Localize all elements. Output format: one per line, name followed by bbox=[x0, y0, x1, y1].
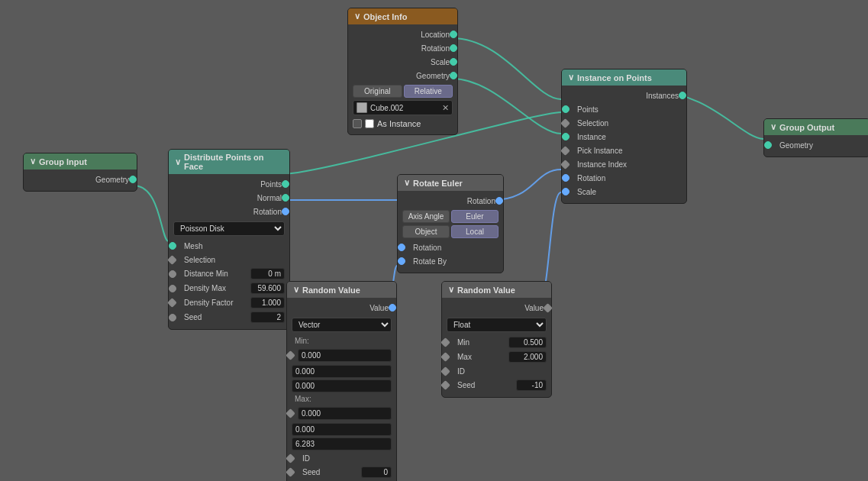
geom-input-socket[interactable] bbox=[764, 141, 772, 149]
object-info-header: ∨ Object Info bbox=[348, 8, 457, 24]
random-value-1-title: Random Value bbox=[302, 286, 360, 295]
rv1-seed-socket[interactable] bbox=[286, 467, 295, 477]
density-factor-socket[interactable] bbox=[167, 298, 177, 308]
seed-label: Seed bbox=[181, 313, 250, 321]
selection-input-socket[interactable] bbox=[167, 255, 177, 265]
rv1-max-z[interactable] bbox=[292, 437, 392, 450]
rv2-min-socket[interactable] bbox=[440, 337, 450, 347]
points-input-label: Points bbox=[574, 105, 602, 114]
obj-clear-btn[interactable]: ✕ bbox=[442, 103, 449, 113]
points-input-socket[interactable] bbox=[562, 105, 570, 113]
rotation-in-euler-socket[interactable] bbox=[398, 244, 405, 251]
rv2-max-input[interactable] bbox=[508, 351, 547, 363]
rv1-value-row: Value bbox=[292, 301, 392, 315]
instances-label: Instances bbox=[643, 92, 682, 100]
collapse-icon7[interactable]: ∨ bbox=[293, 285, 299, 295]
rv1-min-label: Min: bbox=[292, 335, 392, 347]
collapse-icon5[interactable]: ∨ bbox=[770, 122, 776, 132]
rv2-max-label: Max bbox=[454, 353, 508, 361]
pick-instance-label: Pick Instance bbox=[574, 147, 625, 155]
rv1-max-x-row bbox=[292, 405, 392, 422]
group-output-header: ∨ Group Output bbox=[764, 119, 868, 135]
rotate-by-row: Rotate By bbox=[402, 254, 499, 268]
euler-btn-row: Axis Angle Euler bbox=[402, 210, 499, 223]
instances-output-socket[interactable] bbox=[679, 92, 686, 99]
instance-index-socket[interactable] bbox=[560, 160, 570, 169]
distance-min-input[interactable] bbox=[250, 268, 285, 279]
rv1-min-socket[interactable] bbox=[286, 350, 295, 360]
rotation-input-label: Rotation bbox=[574, 174, 608, 182]
rotation-out-euler-socket[interactable] bbox=[495, 197, 503, 205]
collapse-icon3[interactable]: ∨ bbox=[354, 11, 360, 21]
group-output-title: Group Output bbox=[779, 123, 834, 132]
rv1-max-label: Max: bbox=[292, 393, 392, 405]
selection-input-socket2[interactable] bbox=[560, 118, 570, 128]
scale-output-socket[interactable] bbox=[450, 58, 457, 66]
as-instance-checkbox[interactable] bbox=[365, 119, 374, 128]
scale-input-socket[interactable] bbox=[562, 188, 570, 195]
rotation-obj-output-socket[interactable] bbox=[450, 44, 457, 52]
relative-btn[interactable]: Relative bbox=[404, 85, 453, 98]
rotation-out-euler-row: Rotation bbox=[402, 194, 499, 208]
space-btn-row: Object Local bbox=[402, 225, 499, 238]
pick-instance-socket[interactable] bbox=[560, 146, 570, 156]
location-output-socket[interactable] bbox=[450, 31, 457, 38]
rv1-max-socket[interactable] bbox=[286, 408, 295, 418]
rv2-seed-socket[interactable] bbox=[440, 380, 450, 390]
local-btn[interactable]: Local bbox=[451, 225, 499, 238]
transform-btn-row: Original Relative bbox=[353, 85, 453, 98]
collapse-icon6[interactable]: ∨ bbox=[404, 178, 410, 188]
density-factor-label: Density Factor bbox=[181, 299, 250, 307]
method-select[interactable]: Poisson Disk Random bbox=[173, 221, 285, 236]
rv1-min-z[interactable] bbox=[292, 379, 392, 392]
collapse-icon4[interactable]: ∨ bbox=[568, 73, 574, 82]
rv1-min-x[interactable] bbox=[298, 349, 392, 362]
collapse-icon2[interactable]: ∨ bbox=[175, 157, 181, 167]
normal-label: Normal bbox=[254, 194, 285, 202]
rv1-type-select[interactable]: Vector Float Integer bbox=[292, 318, 392, 332]
rv1-value-socket[interactable] bbox=[389, 304, 396, 312]
rv1-min-y[interactable] bbox=[292, 365, 392, 378]
points-output-socket[interactable] bbox=[282, 180, 289, 188]
instance-input-socket[interactable] bbox=[562, 133, 570, 140]
rv1-seed-input[interactable] bbox=[361, 466, 392, 478]
euler-btn[interactable]: Euler bbox=[451, 210, 499, 223]
rv2-max-socket[interactable] bbox=[440, 352, 450, 362]
density-max-socket[interactable] bbox=[169, 285, 176, 292]
geometry-output-socket[interactable] bbox=[129, 176, 137, 183]
density-max-input[interactable] bbox=[250, 282, 285, 294]
density-factor-input[interactable] bbox=[250, 297, 285, 308]
rv2-id-socket[interactable] bbox=[440, 366, 450, 376]
rv2-seed-row: Seed bbox=[447, 378, 547, 392]
geom-obj-label: Geometry bbox=[413, 72, 453, 80]
rotation-input-socket[interactable] bbox=[562, 174, 570, 182]
rv1-max-y[interactable] bbox=[292, 423, 392, 436]
geom-obj-output-socket[interactable] bbox=[450, 72, 457, 79]
distribute-points-node: ∨ Distribute Points on Face Points Norma… bbox=[168, 149, 290, 330]
as-instance-socket[interactable] bbox=[353, 119, 362, 128]
mesh-input-socket[interactable] bbox=[169, 242, 176, 250]
instance-input-row: Instance bbox=[566, 130, 682, 144]
seed-input[interactable] bbox=[250, 312, 285, 323]
axis-angle-btn[interactable]: Axis Angle bbox=[402, 210, 450, 223]
rv2-min-row: Min bbox=[447, 335, 547, 350]
instance-on-points-node: ∨ Instance on Points Instances Points Se… bbox=[561, 69, 687, 204]
collapse-icon8[interactable]: ∨ bbox=[448, 285, 454, 295]
rv2-type-select[interactable]: Float Vector Integer bbox=[447, 318, 547, 332]
object-picker[interactable]: Cube.002 ✕ bbox=[353, 100, 453, 115]
rotate-by-socket[interactable] bbox=[398, 257, 405, 265]
rv1-max-x[interactable] bbox=[298, 407, 392, 420]
original-btn[interactable]: Original bbox=[353, 85, 402, 98]
distance-min-socket[interactable] bbox=[169, 270, 176, 278]
density-factor-row: Density Factor bbox=[173, 295, 285, 310]
collapse-icon[interactable]: ∨ bbox=[30, 157, 36, 166]
rotation-output-socket[interactable] bbox=[282, 208, 289, 215]
object-btn[interactable]: Object bbox=[402, 225, 450, 238]
rv1-id-socket[interactable] bbox=[286, 454, 295, 463]
normal-output-socket[interactable] bbox=[282, 194, 289, 202]
rv2-min-input[interactable] bbox=[508, 337, 547, 348]
seed-row: Seed bbox=[173, 310, 285, 324]
seed-socket[interactable] bbox=[169, 314, 176, 321]
rv2-seed-input[interactable] bbox=[516, 379, 547, 391]
rv1-id-row: ID bbox=[292, 451, 392, 465]
